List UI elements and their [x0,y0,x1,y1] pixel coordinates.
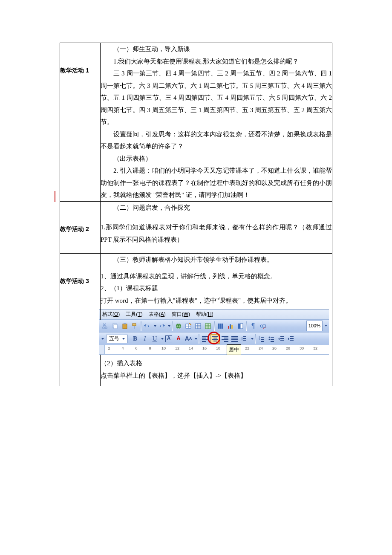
font-color-button[interactable]: A [174,334,183,344]
activity1-content: （一）师生互动，导入新课 1.我们大家每天都在使用课程表,那大家知道它们都是怎么… [101,43,332,202]
ruler[interactable]: 居中 24681012141618222426283032 [99,345,329,355]
font-size-selector[interactable]: 五号 [106,335,128,343]
align-left-button[interactable] [201,334,210,344]
redo-dropdown[interactable] [168,325,170,327]
ruler-number: 30 [300,345,304,352]
copy-icon[interactable] [110,321,120,331]
svg-rect-13 [220,324,222,329]
menu-bar: 格式(O) 工具(T) 表格(A) 窗口(W) 帮助(H) [99,309,329,320]
menu-window[interactable]: 窗口(W) [172,309,190,319]
activity1-p4: （出示表格） [101,153,332,165]
bold-button[interactable]: B [130,334,140,344]
drawing-icon[interactable] [258,321,268,331]
font-size-dropdown-icon [122,338,125,340]
separator [214,321,215,331]
char-scaling-dropdown[interactable] [195,338,197,340]
line-spacing-dropdown[interactable] [251,338,254,340]
activity2-title: （二）问题启发，合作探究 [101,202,332,214]
redo-icon[interactable] [157,321,166,331]
menu-tools[interactable]: 工具(T) [126,309,142,319]
ruler-number: 24 [259,345,263,352]
table-row: 教学活动 1 （一）师生互动，导入新课 1.我们大家每天都在使用课程表,那大家知… [60,43,332,202]
columns-icon[interactable] [216,321,225,331]
activity3-p4: （2）插入表格 [101,357,332,370]
svg-point-1 [105,327,107,329]
underline-button[interactable]: U [150,334,159,344]
ruler-number: 32 [313,345,317,352]
font-border-button[interactable]: A [164,334,173,344]
svg-point-24 [269,336,270,338]
line-spacing-button[interactable] [240,334,249,344]
insert-worksheet-icon[interactable] [203,321,213,331]
ruler-number: 26 [272,345,277,352]
hyperlink-icon[interactable] [174,321,183,331]
activity3-content: （三）教师讲解表格小知识并带领学生动手制作课程表。 1、通过具体课程表的呈现，讲… [101,254,332,386]
activity1-p5: 2. 引入课题：咱们的小明同学今天又忘记带课本了，不知道上什么课，谁能帮助他制作… [101,165,332,201]
numbering-button[interactable]: 12 [257,334,266,344]
ruler-number: 4 [121,345,124,352]
undo-icon[interactable] [143,321,152,331]
show-marks-icon[interactable]: ¶ [248,321,258,331]
activity2-content: （二）问题启发，合作探究 1.那同学们知道课程表对于你们和老师来说，都有什么样的… [101,201,332,254]
italic-button[interactable]: I [140,334,150,344]
menu-format[interactable]: 格式(O) [102,309,120,319]
table-row: 教学活动 3 （三）教师讲解表格小知识并带领学生动手制作课程表。 1、通过具体课… [60,254,332,386]
ruler-number: 6 [135,345,137,352]
paste-icon[interactable] [120,321,130,331]
undo-dropdown[interactable] [154,325,156,327]
tables-borders-icon[interactable] [184,321,193,331]
activity2-label: 教学活动 2 [60,225,89,232]
activities-table: 教学活动 1 （一）师生互动，导入新课 1.我们大家每天都在使用课程表,那大家知… [60,43,332,386]
activity-label-cell: 教学活动 2 [60,201,101,254]
activity3-title: （三）教师讲解表格小知识并带领学生动手制作课程表。 [101,254,332,266]
font-size-value: 五号 [109,334,119,344]
separator [255,334,256,344]
separator [172,321,173,331]
activity3-p3: 打开 word，在第一行输入"课程表"，选中"课程表"，使其居中对齐。 [101,295,332,307]
align-center-button[interactable] [210,334,220,344]
insert-table-icon[interactable] [193,321,203,331]
zoom-value: 100% [306,321,323,331]
char-scaling-button[interactable]: AA [184,334,193,344]
activity-label-cell: 教学活动 1 [60,43,101,202]
svg-rect-14 [222,324,223,329]
svg-rect-10 [196,324,201,329]
underline-dropdown[interactable] [161,338,164,340]
standard-toolbar: ¶ 100% [99,320,329,332]
svg-point-20 [260,325,263,327]
word-toolbar-screenshot: 格式(O) 工具(T) 表格(A) 窗口(W) 帮助(H) [99,309,329,355]
document-map-icon[interactable] [236,321,245,331]
ruler-number: 10 [161,345,166,352]
activity1-p1: 1.我们大家每天都在使用课程表,那大家知道它们都是怎么排的呢？ [101,55,332,68]
chart-icon[interactable] [226,321,235,331]
zoom-control[interactable]: 100% [306,321,327,331]
separator [246,321,247,331]
svg-rect-16 [230,324,231,329]
decrease-indent-button[interactable] [277,334,286,344]
format-painter-icon[interactable] [130,321,139,331]
activity-label-cell: 教学活动 3 [60,254,101,386]
menu-table[interactable]: 表格(A) [149,309,166,319]
ruler-number: 2 [108,345,110,352]
document-page: 教学活动 1 （一）师生互动，导入新课 1.我们大家每天都在使用课程表,那大家知… [60,43,332,386]
bullets-button[interactable] [267,334,276,344]
ruler-number: 12 [175,345,179,352]
increase-indent-button[interactable] [286,334,296,344]
activity1-title: （一）师生互动，导入新课 [101,43,332,55]
ruler-number: 14 [189,345,193,352]
activity3-p5: 点击菜单栏上的【表格】，选择【插入】->【表格】 [101,370,332,382]
activity3-label: 教学活动 3 [60,278,89,284]
activity1-p2: 三 3 周一第三节、四 4 周一第四节、三 2 周一第五节、四 2 周一第六节、… [101,67,332,128]
align-right-button[interactable] [220,334,230,344]
activity2-p1: 1.那同学们知道课程表对于你们和老师来说，都有什么样的作用呢？（教师通过 PPT… [101,221,332,246]
align-justify-button[interactable] [230,334,239,344]
menu-help[interactable]: 帮助(H) [196,309,213,319]
ruler-number: 28 [286,345,290,352]
zoom-dropdown-icon[interactable] [325,325,327,327]
separator [199,334,199,344]
activity3-p2: 2、（1）课程表标题 [101,282,332,295]
style-dropdown[interactable] [101,338,104,340]
svg-rect-11 [205,324,210,329]
cut-icon[interactable] [101,321,110,331]
svg-rect-12 [218,324,220,329]
